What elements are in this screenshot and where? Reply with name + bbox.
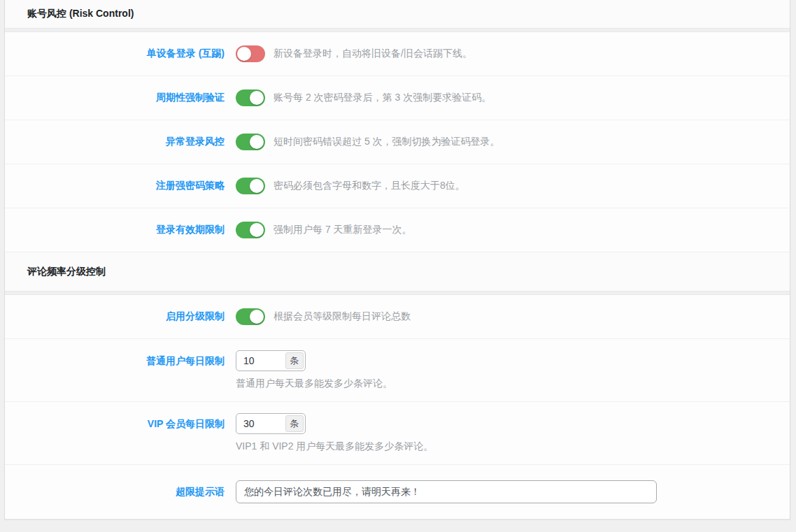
row-single-device-login: 单设备登录 (互踢) 新设备登录时，自动将旧设备/旧会话踢下线。 [5, 32, 790, 76]
field-label: 超限提示语 [5, 480, 225, 503]
unit-addon: 条 [285, 415, 304, 432]
toggle-knob [250, 179, 264, 193]
field-label: 单设备登录 (互踢) [5, 48, 225, 60]
row-periodic-captcha: 周期性强制验证 账号每 2 次密码登录后，第 3 次强制要求验证码。 [5, 76, 790, 120]
toggle-knob [250, 135, 264, 149]
section-title-comment-frequency: 评论频率分级控制 [5, 252, 790, 291]
field-label: 周期性强制验证 [5, 92, 225, 104]
settings-card: 账号风控 (Risk Control) 单设备登录 (互踢) 新设备登录时，自动… [4, 0, 790, 520]
single-device-login-toggle[interactable] [236, 45, 265, 62]
row-abnormal-login: 异常登录风控 短时间密码错误超过 5 次，强制切换为验证码登录。 [5, 120, 790, 164]
field-control: 密码必须包含字母和数字，且长度大于8位。 [236, 178, 790, 194]
toggle-knob [250, 91, 264, 105]
field-control [236, 480, 790, 503]
field-label: 启用分级限制 [5, 310, 225, 323]
field-control: 账号每 2 次密码登录后，第 3 次强制要求验证码。 [236, 89, 790, 106]
number-input-group: 条 [236, 413, 306, 434]
section-title-text: 账号风控 (Risk Control) [27, 8, 134, 20]
enable-tiered-limit-toggle[interactable] [236, 308, 265, 325]
field-control: 条 普通用户每天最多能发多少条评论。 [236, 350, 790, 390]
number-input-group: 条 [236, 350, 306, 371]
field-label: 异常登录风控 [5, 136, 225, 148]
field-label: 普通用户每日限制 [5, 350, 225, 371]
field-description: 密码必须包含字母和数字，且长度大于8位。 [273, 180, 465, 192]
periodic-captcha-toggle[interactable] [236, 89, 265, 106]
field-control: 新设备登录时，自动将旧设备/旧会话踢下线。 [236, 45, 790, 62]
field-description: 账号每 2 次密码登录后，第 3 次强制要求验证码。 [273, 92, 491, 104]
toggle-knob [250, 310, 264, 324]
row-login-expiry: 登录有效期限制 强制用户每 7 天重新登录一次。 [5, 208, 790, 252]
row-enable-tiered-limit: 启用分级限制 根据会员等级限制每日评论总数 [5, 295, 790, 339]
vip-daily-limit-input[interactable] [236, 414, 284, 433]
toggle-knob [250, 223, 264, 237]
field-control: 根据会员等级限制每日评论总数 [236, 308, 790, 325]
abnormal-login-toggle[interactable] [236, 134, 265, 150]
field-description: 新设备登录时，自动将旧设备/旧会话踢下线。 [273, 48, 472, 60]
field-control: 短时间密码错误超过 5 次，强制切换为验证码登录。 [236, 134, 790, 150]
field-description: 短时间密码错误超过 5 次，强制切换为验证码登录。 [273, 136, 500, 148]
field-control: 强制用户每 7 天重新登录一次。 [236, 222, 790, 238]
field-description: VIP1 和 VIP2 用户每天最多能发多少条评论。 [236, 440, 790, 453]
field-label: 登录有效期限制 [5, 224, 225, 236]
row-normal-user-daily-limit: 普通用户每日限制 条 普通用户每天最多能发多少条评论。 [5, 339, 790, 402]
field-description: 普通用户每天最多能发多少条评论。 [236, 378, 790, 390]
field-label: 注册强密码策略 [5, 180, 225, 192]
normal-user-daily-limit-input[interactable] [236, 351, 284, 371]
strong-password-toggle[interactable] [236, 178, 265, 194]
row-strong-password: 注册强密码策略 密码必须包含字母和数字，且长度大于8位。 [5, 164, 790, 208]
unit-addon: 条 [285, 352, 304, 369]
field-control: 条 VIP1 和 VIP2 用户每天最多能发多少条评论。 [236, 413, 790, 453]
field-label: VIP 会员每日限制 [5, 413, 225, 434]
section-title-account-risk: 账号风控 (Risk Control) [5, 0, 790, 28]
section-title-text: 评论频率分级控制 [27, 266, 106, 278]
login-expiry-toggle[interactable] [236, 222, 265, 238]
field-description: 根据会员等级限制每日评论总数 [273, 310, 411, 323]
row-vip-daily-limit: VIP 会员每日限制 条 VIP1 和 VIP2 用户每天最多能发多少条评论。 [5, 402, 790, 465]
field-description: 强制用户每 7 天重新登录一次。 [273, 224, 412, 236]
toggle-knob [237, 47, 251, 61]
row-over-limit-message: 超限提示语 [5, 465, 790, 519]
over-limit-message-input[interactable] [236, 480, 657, 503]
